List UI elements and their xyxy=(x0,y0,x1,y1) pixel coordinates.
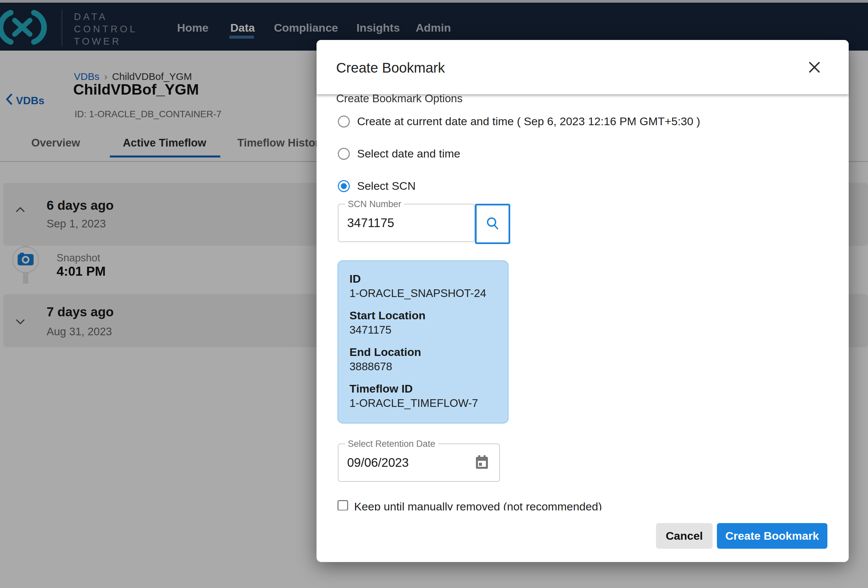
scn-number-field[interactable]: SCN Number 3471175 xyxy=(338,204,475,242)
radio-select-datetime[interactable]: Select date and time xyxy=(338,147,460,160)
info-value: 1-ORACLE_TIMEFLOW-7 xyxy=(350,396,497,410)
create-bookmark-button[interactable]: Create Bookmark xyxy=(717,523,827,549)
retention-date-field[interactable]: Select Retention Date 09/06/2023 xyxy=(338,443,500,482)
close-button[interactable] xyxy=(806,59,823,77)
info-label: Timeflow ID xyxy=(350,381,497,396)
radio-icon-selected[interactable] xyxy=(338,180,350,192)
radio-label: Create at current date and time ( Sep 6,… xyxy=(357,115,700,128)
cancel-button[interactable]: Cancel xyxy=(656,523,713,549)
radio-icon[interactable] xyxy=(338,148,350,160)
scn-number-label: SCN Number xyxy=(345,199,404,210)
info-pair-end-location: End Location 3888678 xyxy=(350,345,497,374)
scn-number-value[interactable]: 3471175 xyxy=(347,216,394,230)
info-pair-id: ID 1-ORACLE_SNAPSHOT-24 xyxy=(350,272,497,300)
keep-checkbox-row[interactable]: Keep until manually removed (not recomme… xyxy=(338,500,704,510)
dialog-title: Create Bookmark xyxy=(336,60,445,76)
radio-icon[interactable] xyxy=(338,115,350,127)
radio-label: Select SCN xyxy=(357,179,416,192)
retention-date-label: Select Retention Date xyxy=(345,439,438,449)
info-value: 3888678 xyxy=(350,359,497,374)
info-label: End Location xyxy=(350,345,497,359)
info-label: ID xyxy=(350,272,497,286)
snapshot-info-card: ID 1-ORACLE_SNAPSHOT-24 Start Location 3… xyxy=(338,260,509,424)
search-icon xyxy=(485,216,500,232)
keep-checkbox-label: Keep until manually removed (not recomme… xyxy=(354,500,602,510)
info-pair-timeflow-id: Timeflow ID 1-ORACLE_TIMEFLOW-7 xyxy=(350,381,497,410)
scn-search-button[interactable] xyxy=(475,204,510,244)
radio-select-scn[interactable]: Select SCN xyxy=(338,179,416,192)
dialog-header: Create Bookmark xyxy=(316,40,849,94)
radio-current-datetime[interactable]: Create at current date and time ( Sep 6,… xyxy=(338,115,700,128)
calendar-icon[interactable] xyxy=(475,455,489,471)
info-pair-start-location: Start Location 3471175 xyxy=(350,308,497,337)
retention-date-value[interactable]: 09/06/2023 xyxy=(347,456,409,470)
checkbox-icon[interactable] xyxy=(338,500,348,510)
create-bookmark-dialog: Create Bookmark Create Bookmark Options … xyxy=(316,40,849,562)
info-label: Start Location xyxy=(350,308,497,323)
close-icon xyxy=(808,61,821,75)
info-value: 3471175 xyxy=(350,323,497,337)
radio-label: Select date and time xyxy=(357,147,460,160)
info-value: 1-ORACLE_SNAPSHOT-24 xyxy=(350,286,497,300)
